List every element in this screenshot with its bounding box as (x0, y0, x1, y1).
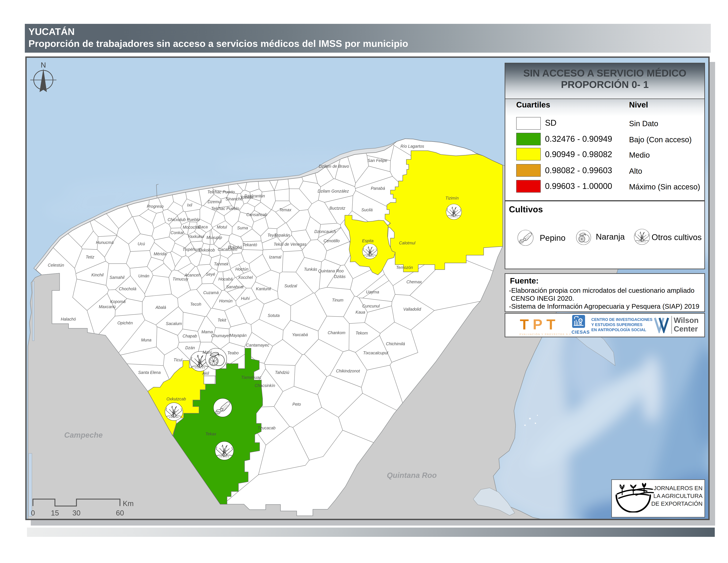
svg-text:Ixil: Ixil (187, 203, 192, 207)
svg-text:Tepakán: Tepakán (274, 233, 290, 237)
svg-text:Uayma: Uayma (366, 290, 379, 294)
svg-text:Chemax: Chemax (406, 279, 422, 284)
svg-text:Ticul: Ticul (174, 358, 182, 362)
svg-text:Kantunil: Kantunil (256, 287, 271, 291)
svg-text:Celestún: Celestún (48, 263, 64, 267)
svg-text:Quintana Roo: Quintana Roo (318, 268, 344, 273)
svg-text:Acanceh: Acanceh (184, 273, 201, 277)
svg-text:Tunkás: Tunkás (304, 267, 317, 271)
svg-text:Sotuta: Sotuta (268, 313, 280, 318)
svg-text:Dzitás: Dzitás (334, 274, 345, 279)
svg-text:Dzidzantún: Dzidzantún (244, 193, 265, 198)
svg-text:Cuzamá: Cuzamá (203, 290, 219, 295)
svg-text:Dzilam de Bravo: Dzilam de Bravo (319, 164, 349, 168)
svg-text:Mocochá: Mocochá (183, 225, 200, 229)
svg-text:Abalá: Abalá (155, 305, 166, 310)
svg-text:Dzilam González: Dzilam González (318, 189, 349, 193)
svg-text:Chapab: Chapab (182, 334, 197, 338)
svg-text:Timucuy: Timucuy (173, 277, 188, 282)
svg-text:San Felipe: San Felipe (367, 158, 387, 163)
svg-text:N: N (41, 61, 46, 69)
svg-text:Kopomá: Kopomá (110, 299, 125, 304)
svg-text:Tekantó: Tekantó (243, 242, 257, 247)
svg-text:Valladolid: Valladolid (403, 307, 421, 312)
svg-text:Tetiz: Tetiz (86, 255, 94, 259)
svg-text:Panabá: Panabá (371, 186, 385, 190)
svg-text:Kaua: Kaua (356, 310, 365, 315)
svg-text:60: 60 (116, 509, 124, 517)
svg-text:Opichén: Opichén (117, 321, 133, 325)
svg-text:Chicxulub Pueblo: Chicxulub Pueblo (168, 217, 200, 222)
svg-text:Teabo: Teabo (227, 351, 239, 355)
svg-text:Tekit: Tekit (218, 318, 226, 323)
svg-text:Conkal: Conkal (171, 230, 184, 235)
svg-text:Tixkokob: Tixkokob (198, 248, 215, 252)
svg-text:Suma: Suma (237, 225, 248, 230)
svg-text:Hunucmá: Hunucmá (96, 240, 114, 245)
svg-text:Hoctún: Hoctún (235, 267, 248, 271)
svg-text:Cuncunul: Cuncunul (362, 304, 380, 308)
svg-text:Calotmul: Calotmul (399, 240, 416, 245)
svg-text:Hocabá: Hocabá (218, 277, 233, 282)
svg-text:Homún: Homún (219, 299, 233, 303)
svg-text:Seyé: Seyé (206, 272, 215, 276)
svg-text:Tahmek: Tahmek (214, 261, 229, 266)
svg-text:Huhí: Huhí (241, 296, 250, 301)
svg-text:Santa Elena: Santa Elena (138, 370, 161, 375)
svg-text:Ucú: Ucú (138, 241, 145, 246)
svg-text:Tahdziú: Tahdziú (275, 370, 289, 375)
svg-text:Dzemul: Dzemul (208, 199, 222, 204)
svg-text:Samahil: Samahil (110, 275, 125, 280)
svg-text:Tecoh: Tecoh (190, 302, 201, 307)
svg-text:Sudzal: Sudzal (284, 284, 297, 288)
svg-text:Peto: Peto (292, 402, 301, 407)
svg-text:Mayapán: Mayapán (230, 333, 247, 338)
svg-text:Mama: Mama (201, 330, 213, 334)
svg-text:Dzoncauich: Dzoncauich (314, 229, 336, 234)
svg-text:Sacalum: Sacalum (166, 321, 182, 326)
svg-text:Maxcanú: Maxcanú (99, 305, 116, 309)
svg-text:Campeche: Campeche (64, 431, 103, 439)
svg-text:Mérida: Mérida (154, 251, 166, 256)
svg-text:Tizimín: Tizimín (445, 196, 459, 200)
svg-text:Chikindzonot: Chikindzonot (336, 369, 360, 373)
svg-text:Cansahcab: Cansahcab (246, 212, 267, 217)
svg-text:Tekax: Tekax (205, 432, 216, 436)
svg-text:Tixmehuac: Tixmehuac (241, 375, 261, 380)
svg-text:Tekal de Venegas: Tekal de Venegas (274, 242, 306, 246)
svg-text:Izamal: Izamal (269, 255, 281, 259)
svg-text:Maní: Maní (203, 350, 212, 355)
svg-text:Tinum: Tinum (332, 298, 343, 303)
svg-text:Temozón: Temozón (396, 265, 413, 270)
svg-text:Chichimilá: Chichimilá (386, 342, 405, 346)
svg-text:Motul: Motul (217, 225, 227, 229)
svg-text:Chumayel: Chumayel (211, 333, 230, 338)
svg-text:Tzucacab: Tzucacab (258, 426, 275, 430)
svg-text:Progreso: Progreso (147, 204, 164, 209)
svg-text:Telchac Puerto: Telchac Puerto (207, 189, 235, 194)
svg-text:Muxupip: Muxupip (206, 235, 222, 240)
svg-text:Tixpéhual: Tixpéhual (182, 247, 201, 252)
svg-text:Km: Km (123, 499, 134, 508)
svg-text:Sucilá: Sucilá (361, 207, 373, 212)
svg-text:Yaxkukul: Yaxkukul (188, 234, 204, 239)
svg-text:Río Lagartos: Río Lagartos (400, 144, 424, 148)
svg-text:Umán: Umán (138, 273, 149, 278)
svg-text:Cantamayec: Cantamayec (246, 343, 269, 348)
svg-text:15: 15 (51, 509, 59, 517)
svg-text:30: 30 (72, 509, 81, 517)
svg-text:Akil: Akil (202, 371, 209, 376)
svg-text:Oxkutzcab: Oxkutzcab (166, 397, 186, 401)
svg-text:0: 0 (31, 509, 35, 517)
svg-text:Temax: Temax (279, 207, 292, 212)
svg-text:Tixcacalcupul: Tixcacalcupul (363, 351, 388, 355)
svg-text:Tekom: Tekom (356, 331, 368, 335)
svg-text:Kinchil: Kinchil (91, 272, 104, 277)
svg-text:Muna: Muna (141, 338, 152, 342)
svg-text:Chankom: Chankom (328, 330, 345, 335)
svg-text:Espita: Espita (362, 238, 374, 243)
svg-text:Chacsinkín: Chacsinkín (255, 383, 275, 388)
svg-text:Halachó: Halachó (61, 317, 76, 322)
svg-text:Chocholá: Chocholá (119, 287, 136, 291)
svg-text:Baca: Baca (198, 224, 208, 229)
